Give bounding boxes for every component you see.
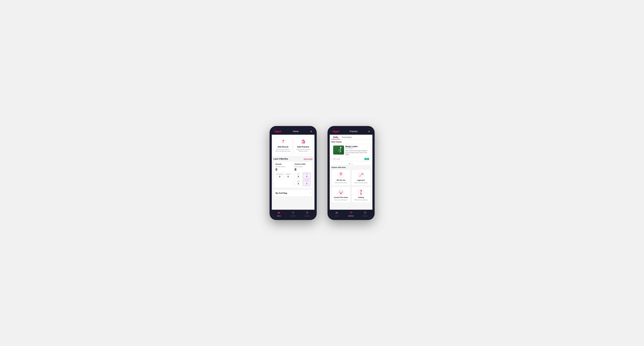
app-value: 4 (306, 175, 307, 178)
drill-footer: 🕐 9 shots APP (332, 157, 370, 161)
skill-label: Explore skill areas (332, 167, 370, 168)
practice-content: Most Popular (330, 140, 372, 210)
skill-approach-name: Approach (357, 179, 365, 181)
dot-3 (352, 164, 353, 164)
around-green-icon (337, 188, 344, 196)
activity-header: Last 3 Months View Activity (272, 156, 314, 161)
drill-info: Wedge Ladder 50–100 yds ☆ Play 1 shot at… (346, 146, 369, 156)
approach-icon (358, 171, 365, 178)
nav-capture[interactable]: Capture (300, 211, 314, 217)
rounds-col: Rounds Rounds Capture 0 Tournament 0 Pra… (276, 163, 292, 186)
golf-bag-row[interactable]: My Golf Bag › (274, 189, 313, 197)
view-activity-link[interactable]: View Activity (304, 158, 313, 160)
popular-label: Most Popular (332, 141, 370, 143)
activities-icon (292, 211, 294, 215)
drill-card-body: Wedge Ladder 50–100 yds ☆ Play 1 shot at… (332, 144, 370, 157)
svg-point-19 (360, 176, 360, 176)
nav-capture-label: Capture (305, 215, 310, 217)
clock-icon: 🕐 (333, 158, 335, 160)
tab-favourites[interactable]: Favourites (340, 135, 354, 139)
add-round-desc: Record your shots in fast or enhanced mo… (275, 149, 291, 152)
tabs-bar: Drills Favourites (330, 135, 372, 140)
header-title: Home (293, 130, 299, 133)
dot-1 (349, 164, 350, 164)
practice-nav-home[interactable]: Home (330, 211, 344, 217)
ott-box: OTT 0 (294, 173, 302, 179)
skill-putting[interactable]: Putting Make and lag practice (352, 186, 370, 203)
bottom-nav: Home Activities Capture (272, 210, 314, 218)
rounds-title: Rounds (276, 163, 292, 165)
practice-bottom-nav: Home Activities Capture (330, 210, 372, 218)
drill-name: Wedge Ladder (346, 146, 358, 148)
stats-card: Rounds Rounds Capture 0 Tournament 0 Pra… (274, 161, 313, 188)
practice-header: clippd Practice ≡ (330, 128, 372, 135)
capture-icon (306, 211, 309, 215)
putt-box: PUTT 4 (303, 180, 310, 186)
drill-thumbnail (333, 146, 344, 155)
practice-box: Practice 0 (284, 173, 292, 179)
chevron-right-icon: › (310, 192, 311, 194)
tournament-value: 0 (279, 175, 280, 178)
practice-nav-activities-label: Activities (348, 215, 354, 217)
add-practice-card[interactable]: Add Practice Capture your practice off-t… (294, 137, 313, 154)
practice-nav-capture-label: Capture (363, 215, 368, 217)
practice-nav-capture[interactable]: Capture (358, 211, 372, 217)
clipboard-icon (301, 139, 306, 145)
nav-home[interactable]: Home (272, 211, 286, 217)
tab-drills[interactable]: Drills (332, 135, 340, 139)
practice-label: Practice (286, 173, 290, 175)
skill-around-green-name: Around The Green (334, 196, 348, 198)
app-logo: clippd (274, 130, 281, 133)
app-badge: APP (364, 158, 369, 160)
practice-capture-icon (364, 211, 367, 215)
add-practice-desc: Capture your practice off-the-course (296, 149, 311, 152)
skill-section: Explore skill areas (330, 165, 372, 204)
skill-grid: Off The Tee Power and accuracy (332, 170, 370, 203)
popular-section: Most Popular (330, 140, 372, 163)
drills-col: Practice Drills Drills Capture 8 OTT 0 A… (294, 163, 311, 186)
practice-nav-activities[interactable]: Activities (344, 211, 358, 217)
nav-activities[interactable]: Activities (286, 211, 300, 217)
phone-practice: clippd Practice ≡ Drills Favourites Most… (328, 126, 374, 220)
add-practice-title: Add Practice (297, 146, 309, 148)
drill-desc: Play 1 shot at each target yardage. If y… (346, 150, 369, 156)
arg-box: ARG 0 (294, 180, 302, 186)
drills-capture-label: Drills Capture (294, 166, 311, 168)
golf-bag-label: My Golf Bag (276, 192, 287, 194)
menu-icon[interactable]: ≡ (310, 130, 312, 133)
skill-off-the-tee[interactable]: Off The Tee Power and accuracy (332, 170, 350, 185)
svg-point-14 (340, 175, 341, 175)
practice-header-title: Practice (350, 130, 358, 133)
ott-value: 0 (298, 175, 299, 178)
skill-around-green[interactable]: Around The Green Hone your short game (332, 186, 350, 203)
practice-nav-home-label: Home (335, 215, 338, 217)
rounds-total: 0 (276, 168, 292, 172)
app-box: APP 4 (303, 173, 310, 179)
arg-label: ARG (296, 180, 301, 182)
practice-menu-icon[interactable]: ≡ (368, 130, 370, 133)
svg-point-15 (340, 172, 341, 173)
tee-icon (337, 171, 344, 178)
skill-off-tee-desc: Power and accuracy (335, 182, 347, 183)
drills-total: 8 (294, 168, 311, 172)
ott-label: OTT (296, 173, 301, 175)
skill-approach[interactable]: Approach Dial-in to hit the green (352, 170, 370, 185)
skill-around-green-desc: Hone your short game (334, 199, 348, 201)
practice-home-icon (335, 211, 338, 215)
practice-logo: clippd (332, 130, 339, 133)
app-header: clippd Home ≡ (272, 128, 314, 135)
drill-card[interactable]: Wedge Ladder 50–100 yds ☆ Play 1 shot at… (332, 144, 370, 161)
svg-rect-3 (302, 140, 304, 141)
practice-value: 0 (288, 175, 288, 178)
svg-point-4 (303, 141, 305, 143)
add-round-card[interactable]: Add Round Record your shots in fast or e… (274, 137, 292, 154)
svg-point-0 (282, 143, 284, 143)
skill-putting-desc: Make and lag practice (354, 199, 368, 201)
star-icon[interactable]: ☆ (367, 146, 369, 148)
nav-activities-label: Activities (290, 215, 296, 217)
flag-icon (280, 139, 286, 145)
phone-home: clippd Home ≡ Add Round Record your shot… (270, 126, 317, 220)
home-icon (277, 211, 280, 215)
putt-value: 4 (306, 182, 307, 185)
app-label: APP (304, 173, 310, 175)
